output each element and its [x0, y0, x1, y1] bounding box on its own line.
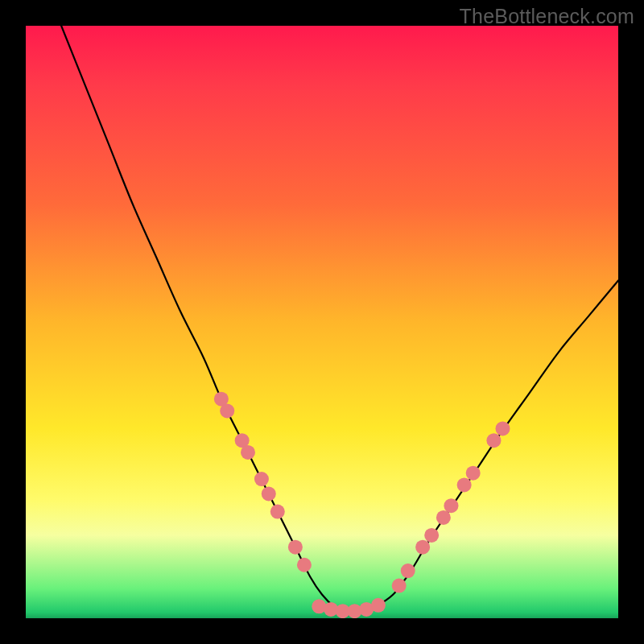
right-cluster-point: [486, 433, 501, 448]
right-cluster-point: [466, 466, 481, 481]
right-cluster-point: [436, 510, 451, 525]
plot-area: [26, 26, 618, 618]
chart-frame: TheBottleneck.com: [0, 0, 644, 644]
right-cluster-point: [444, 498, 458, 513]
left-cluster-point: [235, 433, 250, 448]
trough-point: [324, 602, 338, 617]
left-cluster-point: [254, 472, 269, 486]
left-cluster-point: [297, 558, 312, 572]
right-cluster-point: [415, 540, 430, 555]
right-cluster-point: [424, 528, 439, 543]
watermark-text: TheBottleneck.com: [460, 5, 634, 28]
curve-layer: [26, 26, 618, 618]
left-cluster-point: [220, 403, 234, 418]
trough-point: [312, 599, 326, 613]
trough-point: [371, 598, 386, 613]
left-cluster-point: [262, 486, 276, 501]
trough-point: [347, 604, 361, 618]
right-cluster-point: [457, 477, 472, 492]
marker-layer: [214, 392, 510, 618]
left-cluster-point: [241, 445, 255, 460]
left-cluster-point: [214, 392, 229, 407]
trough-point: [359, 602, 374, 617]
left-cluster-point: [270, 505, 285, 519]
bottleneck-curve: [61, 26, 618, 613]
left-cluster-point: [288, 540, 303, 555]
right-cluster-point: [495, 421, 510, 436]
trough-point: [336, 604, 350, 618]
right-cluster-point: [401, 564, 415, 578]
right-cluster-point: [392, 579, 407, 593]
